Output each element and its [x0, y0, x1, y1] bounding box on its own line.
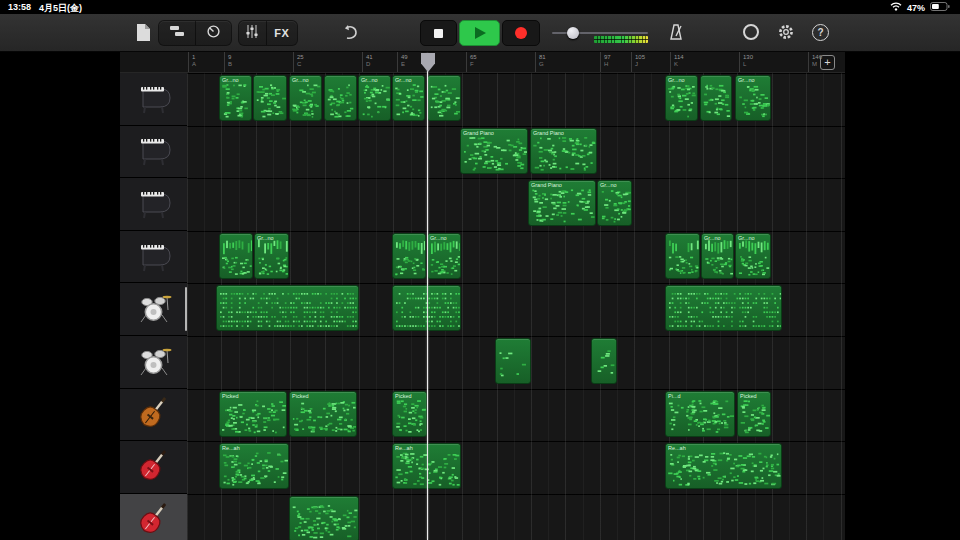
loop-browser-button[interactable]	[743, 24, 759, 40]
ruler[interactable]: + 1A9B25C41D49E65F81G97H105J114K130L146M	[187, 52, 845, 73]
midi-region[interactable]	[665, 285, 782, 331]
electric-guitar-icon	[136, 446, 172, 488]
ruler-marker: 130L	[739, 52, 753, 72]
region-label: Gr...no	[738, 235, 755, 241]
midi-region[interactable]: Gr...no	[665, 75, 698, 121]
fx-button[interactable]: FX	[267, 21, 297, 45]
track-header-1-grand-piano[interactable]	[120, 73, 187, 126]
region-label: Pi...d	[668, 393, 681, 399]
midi-region[interactable]: Picked	[737, 391, 771, 437]
gear-icon	[777, 23, 795, 45]
region-label: Gr...no	[600, 182, 617, 188]
fx-label: FX	[274, 27, 289, 39]
grand-piano-icon	[136, 78, 172, 120]
midi-region[interactable]: Gr...no	[735, 233, 771, 279]
midi-region[interactable]: Picked	[289, 391, 357, 437]
track-header-5-drum-kit[interactable]	[120, 283, 187, 336]
midi-region[interactable]: Grand Piano	[460, 128, 528, 174]
grand-piano-icon	[136, 130, 172, 172]
smart-controls-button[interactable]	[196, 21, 231, 45]
volume-slider-knob[interactable]	[567, 27, 579, 39]
midi-region[interactable]: Gr...no	[392, 75, 425, 121]
midi-region[interactable]: Picked	[219, 391, 287, 437]
midi-region[interactable]	[665, 233, 700, 279]
midi-region[interactable]: Gr...no	[358, 75, 391, 121]
help-button[interactable]: ?	[812, 24, 829, 41]
stop-icon	[434, 29, 443, 38]
metronome-icon	[667, 23, 685, 45]
track-header-4-grand-piano[interactable]	[120, 231, 187, 284]
midi-region[interactable]: Re...ah	[219, 443, 289, 489]
midi-region[interactable]	[253, 75, 287, 121]
ruler-marker: 81G	[535, 52, 546, 72]
my-songs-button[interactable]	[136, 23, 151, 46]
status-bar: 13:58 4月5日(金) 47%	[0, 0, 960, 14]
midi-region[interactable]	[324, 75, 357, 121]
track-header-2-grand-piano[interactable]	[120, 126, 187, 179]
record-button[interactable]	[502, 20, 540, 46]
loop-icon	[743, 24, 759, 40]
mixer-button[interactable]	[239, 21, 266, 45]
region-label: Gr...no	[292, 77, 309, 83]
ruler-marker: 97H	[600, 52, 611, 72]
ruler-marker: 65F	[466, 52, 477, 72]
ruler-marker: 25C	[293, 52, 304, 72]
midi-region[interactable]: Grand Piano	[530, 128, 597, 174]
midi-region[interactable]: Gr...no	[701, 233, 734, 279]
undo-button[interactable]	[341, 24, 358, 44]
ruler-marker: 114K	[670, 52, 684, 72]
midi-region[interactable]: Grand Piano	[528, 180, 596, 226]
midi-region[interactable]	[700, 75, 732, 121]
region-label: Gr...no	[361, 77, 378, 83]
midi-region[interactable]	[495, 338, 531, 384]
tracks-view-button[interactable]	[159, 21, 195, 45]
faders-icon	[245, 24, 259, 43]
track-header-7-bass-guitar[interactable]	[120, 389, 187, 442]
region-label: Re...ah	[668, 445, 686, 451]
region-label: Gr...no	[738, 77, 755, 83]
ruler-marker: 49E	[397, 52, 408, 72]
region-label: Gr...no	[430, 235, 447, 241]
midi-region[interactable]: Gr...no	[735, 75, 771, 121]
track-header-8-electric-guitar[interactable]	[120, 441, 187, 494]
midi-region[interactable]	[289, 496, 359, 540]
midi-region[interactable]: Gr...no	[219, 75, 252, 121]
add-section-button[interactable]: +	[820, 55, 835, 70]
midi-region[interactable]: Gr...no	[427, 233, 461, 279]
drum-kit-icon	[136, 341, 172, 383]
midi-region[interactable]	[216, 285, 359, 331]
grand-piano-icon	[136, 183, 172, 225]
metronome-button[interactable]	[667, 23, 685, 45]
midi-region[interactable]: Picked	[392, 391, 427, 437]
midi-region[interactable]: Re...ah	[665, 443, 782, 489]
track-header-6-drum-kit[interactable]	[120, 336, 187, 389]
track-header-9-electric-guitar[interactable]	[120, 494, 187, 540]
midi-region[interactable]: Gr...no	[289, 75, 322, 121]
play-button[interactable]	[459, 20, 500, 46]
undo-icon	[341, 24, 358, 44]
ruler-marker: 146M	[808, 52, 822, 72]
battery-percent: 47%	[907, 3, 925, 13]
midi-region[interactable]	[392, 233, 426, 279]
region-label: Re...ah	[395, 445, 413, 451]
electric-guitar-icon	[136, 499, 172, 540]
midi-region[interactable]	[591, 338, 617, 384]
stop-button[interactable]	[420, 20, 457, 46]
ruler-corner	[120, 52, 187, 73]
play-icon	[475, 27, 486, 39]
scroll-indicator	[185, 287, 187, 331]
track-header-3-grand-piano[interactable]	[120, 178, 187, 231]
settings-button[interactable]	[777, 23, 795, 45]
region-label: Gr...no	[668, 77, 685, 83]
midi-region[interactable]	[427, 75, 461, 121]
midi-region[interactable]: Gr...no	[254, 233, 289, 279]
mixer-fx-group: FX	[238, 20, 298, 46]
help-icon: ?	[812, 24, 829, 41]
tracks-grid[interactable]: Gr...noGr...noGr...noGr...noGr...noGr...…	[187, 73, 845, 540]
midi-region[interactable]	[219, 233, 253, 279]
battery-icon	[930, 2, 950, 13]
midi-region[interactable]: Pi...d	[665, 391, 735, 437]
ruler-marker: 105J	[631, 52, 645, 72]
region-label: Gr...no	[704, 235, 721, 241]
midi-region[interactable]: Gr...no	[597, 180, 632, 226]
